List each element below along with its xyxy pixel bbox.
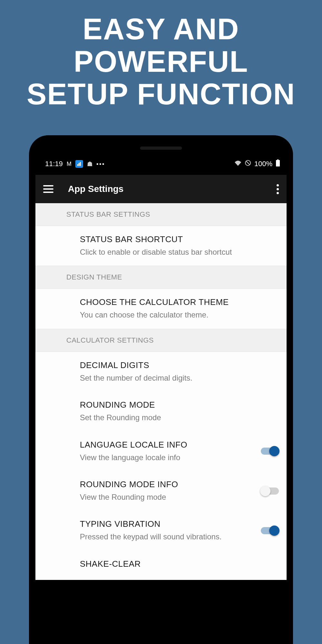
setting-desc: View the language locale info bbox=[80, 452, 279, 463]
setting-title: DECIMAL DIGITS bbox=[80, 360, 279, 370]
toggle-rounding-info[interactable] bbox=[261, 488, 279, 495]
setting-choose-theme[interactable]: CHOOSE THE CALCULATOR THEME You can choo… bbox=[35, 289, 287, 329]
section-status-bar: STATUS BAR SETTINGS bbox=[35, 203, 287, 226]
svg-rect-1 bbox=[79, 163, 80, 166]
setting-title: SHAKE-CLEAR bbox=[80, 559, 279, 569]
setting-language-locale[interactable]: LANGUAGE LOCALE INFO View the language l… bbox=[35, 431, 287, 471]
setting-title: TYPING VIBRATION bbox=[80, 519, 279, 529]
phone-speaker bbox=[140, 147, 182, 150]
status-time: 11:19 bbox=[45, 160, 63, 168]
section-design-theme: DESIGN THEME bbox=[35, 266, 287, 289]
hamburger-menu-icon[interactable] bbox=[43, 185, 53, 193]
setting-title: ROUNDING MODE INFO bbox=[80, 479, 279, 489]
setting-status-bar-shortcut[interactable]: STATUS BAR SHORTCUT Click to enable or d… bbox=[35, 226, 287, 266]
more-notifications-icon bbox=[97, 163, 104, 165]
setting-title: ROUNDING MODE bbox=[80, 400, 279, 410]
toggle-typing-vibration[interactable] bbox=[261, 527, 279, 534]
setting-typing-vibration[interactable]: TYPING VIBRATION Pressed the keypad will… bbox=[35, 511, 287, 550]
headline-line-1: EASY AND POWERFUL bbox=[74, 13, 248, 78]
battery-icon bbox=[276, 159, 280, 168]
setting-rounding-mode[interactable]: ROUNDING MODE Set the Rounding mode bbox=[35, 392, 287, 431]
battery-percentage: 100% bbox=[254, 160, 272, 168]
setting-title: STATUS BAR SHORTCUT bbox=[80, 234, 279, 244]
setting-title: LANGUAGE LOCALE INFO bbox=[80, 440, 279, 450]
wifi-icon bbox=[234, 160, 242, 168]
setting-desc: Set the Rounding mode bbox=[80, 412, 279, 423]
section-calculator-settings: CALCULATOR SETTINGS bbox=[35, 329, 287, 352]
setting-desc: You can choose the calculator theme. bbox=[80, 310, 279, 320]
gmail-icon: M bbox=[67, 161, 71, 167]
android-status-bar: 11:19 M ☗ 100% bbox=[35, 156, 287, 175]
promo-headline: EASY AND POWERFUL SETUP FUNCTION bbox=[0, 0, 322, 111]
svg-rect-2 bbox=[80, 162, 81, 166]
toggle-language-locale[interactable] bbox=[261, 448, 279, 455]
setting-desc: Set the number of decimal digits. bbox=[80, 373, 279, 383]
overflow-menu-icon[interactable] bbox=[277, 184, 279, 194]
setting-desc: Click to enable or disable status bar sh… bbox=[80, 247, 279, 257]
svg-rect-0 bbox=[77, 164, 78, 166]
setting-title: CHOOSE THE CALCULATOR THEME bbox=[80, 297, 279, 307]
headline-line-2: SETUP FUNCTION bbox=[27, 78, 295, 110]
phone-frame: 11:19 M ☗ 100% App Settings bbox=[29, 135, 293, 644]
analytics-icon bbox=[75, 160, 83, 168]
setting-desc: Pressed the keypad will sound vibrations… bbox=[80, 532, 279, 542]
settings-list: STATUS BAR SETTINGS STATUS BAR SHORTCUT … bbox=[35, 203, 287, 580]
no-signal-icon bbox=[245, 160, 251, 168]
app-title: App Settings bbox=[68, 184, 277, 194]
setting-rounding-info[interactable]: ROUNDING MODE INFO View the Rounding mod… bbox=[35, 471, 287, 511]
setting-desc: View the Rounding mode bbox=[80, 492, 279, 502]
app-icon: ☗ bbox=[87, 160, 93, 168]
app-header: App Settings bbox=[35, 175, 287, 203]
svg-rect-6 bbox=[276, 160, 280, 166]
setting-decimal-digits[interactable]: DECIMAL DIGITS Set the number of decimal… bbox=[35, 352, 287, 392]
svg-line-4 bbox=[246, 161, 250, 165]
svg-rect-5 bbox=[277, 159, 279, 160]
setting-shake-clear[interactable]: SHAKE-CLEAR bbox=[35, 551, 287, 580]
